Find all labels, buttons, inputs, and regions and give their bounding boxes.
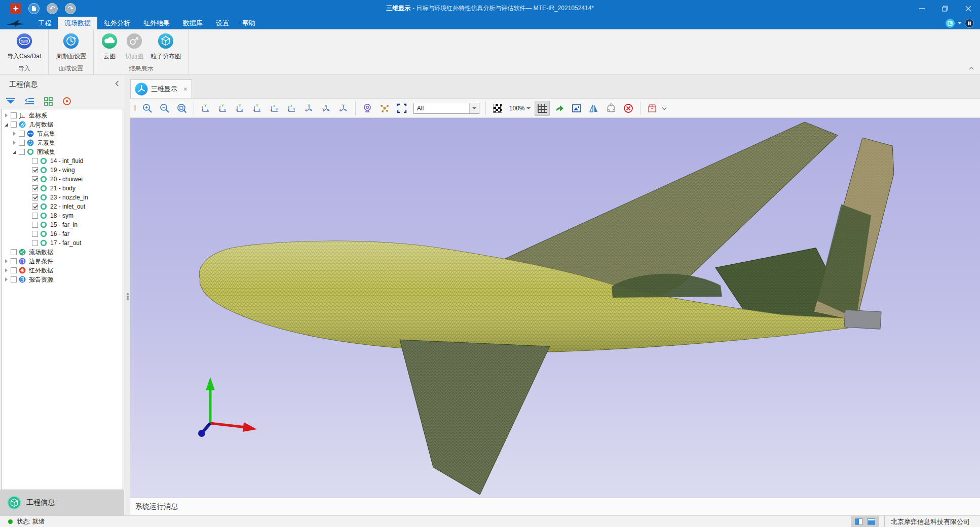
- tree-checkbox[interactable]: [19, 131, 25, 137]
- select-region-button[interactable]: [394, 101, 409, 116]
- tree-checkbox[interactable]: [11, 276, 17, 282]
- menu-item-0[interactable]: 工程: [31, 17, 58, 29]
- tree-checkbox[interactable]: [32, 213, 38, 219]
- tree-item-14-int_fluid[interactable]: 14 - int_fluid: [2, 156, 123, 166]
- tree-item-17-far_out[interactable]: 17 - far_out: [2, 238, 123, 248]
- transparency-button[interactable]: [490, 101, 505, 116]
- tree-checkbox[interactable]: [19, 140, 25, 146]
- zoom-in-button[interactable]: [140, 101, 155, 116]
- tree-checkbox[interactable]: [11, 121, 17, 128]
- tree-checkbox[interactable]: [32, 176, 38, 182]
- tree-item-元素集[interactable]: 元素集: [2, 138, 123, 147]
- grid-view-button[interactable]: [43, 96, 54, 106]
- tree-checkbox[interactable]: [32, 222, 38, 228]
- tree-collapsed-arrow-icon[interactable]: [4, 258, 10, 264]
- view-iso-3-button[interactable]: zxY: [336, 101, 351, 116]
- zoom-fit-button[interactable]: [174, 101, 190, 116]
- menu-item-4[interactable]: 数据库: [176, 17, 209, 29]
- zoom-out-button[interactable]: [157, 101, 172, 116]
- tree-checkbox[interactable]: [11, 258, 17, 264]
- view-back-button[interactable]: zxY: [215, 101, 231, 116]
- tree-expanded-arrow-icon[interactable]: [12, 149, 18, 155]
- tree-collapsed-arrow-icon[interactable]: [4, 276, 10, 282]
- panel-footer-tab[interactable]: 工程信息: [0, 490, 124, 515]
- near-wing[interactable]: [400, 340, 550, 495]
- tree-item-坐标系[interactable]: x坐标系: [2, 111, 123, 120]
- app-menu-button[interactable]: [10, 3, 21, 14]
- redo-button[interactable]: ↷: [65, 3, 76, 14]
- view-top-button[interactable]: zYx: [267, 101, 282, 116]
- ribbon-button-cloud[interactable]: 云图: [99, 31, 120, 63]
- menu-item-2[interactable]: 红外分析: [97, 17, 137, 29]
- tree-checkbox[interactable]: [32, 204, 38, 210]
- view-front-button[interactable]: xzY: [198, 101, 213, 116]
- view-iso-1-button[interactable]: zxY: [301, 101, 317, 116]
- tree-collapsed-arrow-icon[interactable]: [12, 140, 18, 146]
- tree-checkbox[interactable]: [19, 149, 25, 155]
- share-button[interactable]: [604, 101, 619, 116]
- tree-item-流场数据[interactable]: 流场数据: [2, 248, 123, 257]
- viewport-3d[interactable]: [130, 118, 980, 498]
- close-button[interactable]: [957, 0, 980, 17]
- menu-item-6[interactable]: 帮助: [236, 17, 262, 29]
- view-iso-2-button[interactable]: Yzx: [319, 101, 334, 116]
- tab-3d-view[interactable]: 三维显示 ×: [130, 79, 192, 98]
- tree-checkbox[interactable]: [32, 240, 38, 246]
- tree-item-18-sym[interactable]: 18 - sym: [2, 211, 123, 220]
- new-document-button[interactable]: [28, 3, 40, 14]
- tree-checkbox[interactable]: [32, 167, 38, 173]
- zoom-level-dropdown[interactable]: 100%: [509, 105, 531, 112]
- tree-checkbox[interactable]: [32, 185, 38, 191]
- ribbon-button-cas[interactable]: cas导入Cas/Dat: [5, 31, 43, 63]
- grid-toggle-button[interactable]: [535, 101, 550, 116]
- snapshot-button[interactable]: [569, 101, 584, 116]
- tree-checkbox[interactable]: [11, 112, 17, 118]
- ribbon-button-clock[interactable]: 周期面设置: [54, 31, 88, 63]
- panel-toggle-bottom-icon[interactable]: [868, 518, 875, 525]
- tree-item-节点集[interactable]: 节点集: [2, 129, 123, 138]
- tree-checkbox[interactable]: [11, 267, 17, 273]
- remove-button[interactable]: [621, 101, 636, 116]
- tree-item-23-nozzle_in[interactable]: 23 - nozzle_in: [2, 193, 123, 202]
- tree-checkbox[interactable]: [32, 158, 38, 164]
- minimize-button[interactable]: [910, 0, 933, 17]
- menu-item-5[interactable]: 设置: [209, 17, 236, 29]
- view-left-button[interactable]: xzY: [233, 101, 248, 116]
- combo-arrow-button[interactable]: [469, 103, 479, 113]
- ribbon-collapse-button[interactable]: [969, 64, 974, 71]
- ribbon-button-particles[interactable]: 粒子分布图: [148, 31, 183, 63]
- menu-item-3[interactable]: 红外结果: [137, 17, 176, 29]
- tree-item-22-inlet_out[interactable]: 22 - inlet_out: [2, 202, 123, 211]
- particle-trace-button[interactable]: [377, 101, 392, 116]
- display-filter-select[interactable]: All: [413, 103, 479, 114]
- tree-item-面域集[interactable]: 面域集: [2, 147, 123, 156]
- package-chevron-icon[interactable]: [662, 105, 667, 112]
- view-mode-button[interactable]: [946, 19, 955, 28]
- list-settings-button[interactable]: [24, 96, 35, 106]
- menu-item-1[interactable]: 流场数据: [58, 17, 97, 29]
- panel-splitter[interactable]: ●●●: [124, 75, 130, 515]
- tree-item-红外数据[interactable]: 红外数据: [2, 266, 123, 275]
- panel-toggle-left-icon[interactable]: [855, 518, 862, 525]
- tree-item-19-wing[interactable]: 19 - wing: [2, 166, 123, 175]
- panel-collapse-button[interactable]: [115, 80, 119, 88]
- tree-collapsed-arrow-icon[interactable]: [4, 112, 10, 118]
- tree-checkbox[interactable]: [32, 194, 38, 200]
- tree-collapsed-arrow-icon[interactable]: [4, 267, 10, 273]
- locate-target-button[interactable]: [61, 96, 72, 106]
- package-button[interactable]: [645, 101, 660, 116]
- tree-item-报告资源[interactable]: 报告资源: [2, 275, 123, 284]
- view-bottom-button[interactable]: zYx: [284, 101, 299, 116]
- undo-button[interactable]: ↶: [47, 3, 58, 14]
- tree-checkbox[interactable]: [11, 249, 17, 255]
- filter-button[interactable]: [5, 96, 16, 106]
- restore-button[interactable]: [933, 0, 957, 17]
- tree-item-21-body[interactable]: 21 - body: [2, 184, 123, 193]
- view-right-button[interactable]: zxY: [250, 101, 265, 116]
- tree-item-20-chuiwei[interactable]: 20 - chuiwei: [2, 175, 123, 184]
- tree-checkbox[interactable]: [32, 231, 38, 237]
- mirror-button[interactable]: [586, 101, 601, 116]
- tree-item-15-far_in[interactable]: 15 - far_in: [2, 220, 123, 229]
- account-button[interactable]: [965, 19, 974, 28]
- vertical-tail-lower[interactable]: [817, 204, 871, 318]
